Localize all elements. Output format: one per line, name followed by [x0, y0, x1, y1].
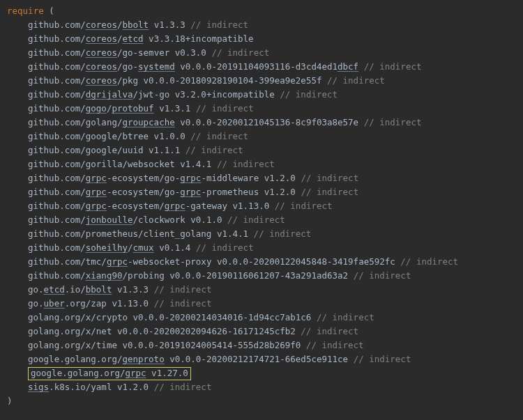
comment-indirect: // indirect — [254, 227, 312, 241]
underlined-token: coreos — [86, 18, 117, 32]
code-token: /clockwork v0.1.0 — [133, 213, 227, 227]
comment-indirect: // indirect — [400, 255, 458, 269]
code-token: github.com/ — [28, 32, 86, 46]
comment-indirect: // indirect — [275, 199, 333, 213]
code-token: -ecosystem/go- — [107, 171, 180, 185]
underlined-token: grpc — [180, 171, 201, 185]
underlined-token: gogo — [86, 102, 107, 116]
underlined-token: grpc — [180, 185, 201, 199]
dependency-line: google.golang.org/genproto v0.0.0-202002… — [7, 352, 523, 366]
comment-indirect: // indirect — [154, 297, 212, 311]
underlined-token: dbcf — [338, 60, 358, 74]
dependency-line: github.com/prometheus/client_golang v1.4… — [7, 227, 523, 241]
code-token: github.com/ — [28, 171, 86, 185]
dependency-line: google.golang.org/grpc v1.27.0 — [7, 366, 523, 380]
underlined-token: grpc — [107, 255, 128, 269]
underlined-token: jonboulle — [86, 213, 133, 227]
dependency-line: golang.org/x/time v0.0.0-20191024005414-… — [7, 339, 523, 352]
code-token: -prometheus v1.2.0 — [201, 185, 301, 199]
close-paren: ) — [7, 394, 13, 408]
code-token: github.com/tmc/ — [28, 255, 107, 269]
dependency-line: github.com/golang/groupcache v0.0.0-2020… — [7, 116, 523, 130]
comment-indirect: // indirect — [190, 18, 248, 32]
code-token: /go- — [117, 60, 138, 74]
code-token: /pkg v0.0.0-20180928190104-399ea9e2e55f — [117, 74, 327, 88]
code-token: github.com/ — [28, 269, 86, 283]
dependency-line: github.com/xiang90/probing v0.0.0-201901… — [7, 269, 523, 283]
code-token: -gateway v1.13.0 — [185, 199, 275, 213]
code-token: .k8s.io/yaml v1.2.0 — [49, 380, 154, 394]
comment-indirect: // indirect — [364, 116, 422, 130]
underlined-token: groupcache — [122, 116, 174, 130]
code-token: github.com/ — [28, 74, 86, 88]
dependency-line: github.com/grpc-ecosystem/go-grpc-promet… — [7, 185, 523, 199]
code-token: github.com/prometheus/client_golang v1.4… — [28, 227, 254, 241]
dependency-line: github.com/grpc-ecosystem/go-grpc-middle… — [7, 171, 523, 185]
underlined-token: systemd — [138, 60, 175, 74]
code-token: v0.0.0-20191104093116-d3cd4ed1 — [175, 60, 338, 74]
underlined-token: xiang90 — [86, 269, 123, 283]
comment-indirect: // indirect — [185, 143, 243, 157]
dependency-line: go.etcd.io/bbolt v1.3.3 // indirect — [7, 283, 523, 297]
code-token: github.com/ — [28, 185, 86, 199]
code-token: v3.3.18+incompatible — [144, 32, 254, 46]
comment-indirect: // indirect — [280, 88, 338, 102]
code-token: github.com/ — [28, 46, 86, 60]
underlined-token: etcd — [44, 283, 65, 297]
code-token: v1.3.3 — [112, 283, 153, 297]
require-keyword: require — [7, 4, 44, 18]
underlined-token: grpc — [86, 185, 107, 199]
dependency-line: github.com/coreos/go-semver v0.3.0 // in… — [7, 46, 523, 60]
dependency-line: golang.org/x/net v0.0.0-20200202094626-1… — [7, 325, 523, 339]
code-token: github.com/google/btree v1.0.0 — [28, 130, 190, 143]
dependency-line: github.com/google/btree v1.0.0 // indire… — [7, 130, 523, 143]
underlined-token: coreos — [86, 46, 117, 60]
code-token: -ecosystem/go- — [107, 185, 180, 199]
code-token: github.com/golang/ — [28, 116, 122, 130]
comment-indirect: // indirect — [196, 241, 254, 255]
comment-indirect: // indirect — [196, 102, 254, 116]
code-token: -ecosystem/ — [107, 199, 165, 213]
dependency-line: github.com/coreos/bbolt v1.3.3 // indire… — [7, 18, 523, 32]
comment-indirect: // indirect — [364, 60, 422, 74]
code-token: v1.3.3 — [149, 18, 190, 32]
dependency-line: sigs.k8s.io/yaml v1.2.0 // indirect — [7, 380, 523, 394]
code-token: /go-semver v0.3.0 — [117, 46, 211, 60]
underlined-token: coreos — [86, 60, 117, 74]
open-paren: ( — [44, 4, 54, 18]
dependency-line: go.uber.org/zap v1.13.0 // indirect — [7, 297, 523, 311]
comment-indirect: // indirect — [301, 325, 358, 339]
code-token: github.com/ — [28, 18, 86, 32]
underlined-token: dgrijalva — [86, 88, 133, 102]
code-token: v1.3.1 — [154, 102, 196, 116]
underlined-token: grpc — [125, 366, 146, 380]
dependency-line: github.com/coreos/go-systemd v0.0.0-2019… — [7, 60, 523, 74]
underlined-token: coreos — [86, 32, 117, 46]
code-token: github.com/ — [28, 213, 86, 227]
dependency-line: github.com/coreos/pkg v0.0.0-20180928190… — [7, 74, 523, 88]
underlined-token: bbolt — [86, 283, 112, 297]
dependency-line: github.com/google/uuid v1.1.1 // indirec… — [7, 143, 523, 157]
code-token: v0.0.0-20200212174721-66ed5ce911ce — [165, 352, 354, 366]
code-token: / — [128, 241, 133, 255]
code-token: v1.27.0 — [146, 366, 188, 380]
dependency-line: github.com/grpc-ecosystem/grpc-gateway v… — [7, 199, 523, 213]
comment-indirect: // indirect — [354, 352, 411, 366]
comment-indirect: // indirect — [301, 185, 358, 199]
comment-indirect: // indirect — [154, 283, 212, 297]
underlined-token: grpc — [165, 199, 185, 213]
require-open-line: require ( — [7, 4, 523, 18]
comment-indirect: // indirect — [211, 46, 269, 60]
code-token: golang.org/x/net v0.0.0-20200202094626-1… — [28, 325, 301, 339]
comment-indirect: // indirect — [327, 74, 385, 88]
code-token: .org/zap v1.13.0 — [65, 297, 154, 311]
comment-indirect: // indirect — [306, 339, 364, 352]
comment-indirect: // indirect — [154, 380, 212, 394]
code-token: -websocket-proxy v0.0.0-20200122045848-3… — [128, 255, 400, 269]
underlined-token: coreos — [86, 74, 117, 88]
comment-indirect: // indirect — [317, 311, 374, 325]
code-token: / — [107, 102, 112, 116]
highlighted-dependency: google.golang.org/grpc v1.27.0 — [28, 367, 191, 380]
comment-indirect: // indirect — [301, 171, 358, 185]
comment-indirect: // indirect — [354, 269, 411, 283]
